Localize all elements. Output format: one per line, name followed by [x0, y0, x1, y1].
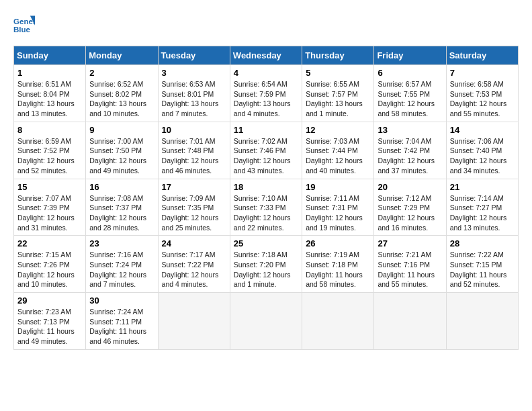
day-info: Sunrise: 7:18 AMSunset: 7:20 PMDaylight:… [234, 250, 298, 289]
day-cell-25: 25 Sunrise: 7:18 AMSunset: 7:20 PMDaylig… [230, 236, 302, 293]
day-number: 25 [234, 238, 298, 248]
day-info: Sunrise: 7:23 AMSunset: 7:13 PMDaylight:… [17, 307, 82, 347]
day-number: 22 [17, 238, 82, 248]
day-number: 14 [450, 125, 515, 135]
day-cell-19: 19 Sunrise: 7:11 AMSunset: 7:31 PMDaylig… [302, 179, 374, 236]
calendar-table: SundayMondayTuesdayWednesdayThursdayFrid… [13, 46, 519, 350]
day-info: Sunrise: 7:19 AMSunset: 7:18 PMDaylight:… [306, 250, 370, 289]
day-cell-1: 1 Sunrise: 6:51 AMSunset: 8:04 PMDayligh… [14, 65, 86, 122]
day-number: 29 [17, 295, 82, 306]
logo-icon: General Blue [13, 13, 35, 35]
day-number: 27 [378, 238, 442, 248]
day-header-thursday: Thursday [302, 46, 374, 65]
day-cell-28: 28 Sunrise: 7:22 AMSunset: 7:15 PMDaylig… [446, 236, 518, 293]
day-header-friday: Friday [374, 46, 446, 65]
day-cell-5: 5 Sunrise: 6:55 AMSunset: 7:57 PMDayligh… [302, 65, 374, 122]
logo: General Blue [13, 13, 38, 35]
day-cell-21: 21 Sunrise: 7:14 AMSunset: 7:27 PMDaylig… [446, 179, 518, 236]
day-header-sunday: Sunday [14, 46, 86, 65]
day-cell-3: 3 Sunrise: 6:53 AMSunset: 8:01 PMDayligh… [158, 65, 230, 122]
day-number: 7 [450, 68, 515, 78]
day-info: Sunrise: 7:17 AMSunset: 7:22 PMDaylight:… [162, 250, 226, 289]
day-number: 23 [89, 238, 154, 248]
day-cell-9: 9 Sunrise: 7:00 AMSunset: 7:50 PMDayligh… [86, 122, 158, 179]
day-cell-6: 6 Sunrise: 6:57 AMSunset: 7:55 PMDayligh… [374, 65, 446, 122]
day-cell-14: 14 Sunrise: 7:06 AMSunset: 7:40 PMDaylig… [446, 122, 518, 179]
day-header-wednesday: Wednesday [230, 46, 302, 65]
day-cell-22: 22 Sunrise: 7:15 AMSunset: 7:26 PMDaylig… [14, 236, 86, 293]
calendar-week-4: 22 Sunrise: 7:15 AMSunset: 7:26 PMDaylig… [14, 236, 519, 293]
day-number: 17 [162, 182, 226, 192]
day-info: Sunrise: 6:55 AMSunset: 7:57 PMDaylight:… [306, 79, 370, 119]
day-cell-26: 26 Sunrise: 7:19 AMSunset: 7:18 PMDaylig… [302, 236, 374, 293]
day-cell-30: 30 Sunrise: 7:24 AMSunset: 7:11 PMDaylig… [86, 293, 158, 350]
day-number: 9 [89, 125, 154, 135]
day-number: 28 [450, 238, 515, 248]
day-cell-29: 29 Sunrise: 7:23 AMSunset: 7:13 PMDaylig… [14, 293, 86, 350]
day-info: Sunrise: 6:52 AMSunset: 8:02 PMDaylight:… [89, 79, 154, 119]
page-header: General Blue [13, 13, 519, 35]
day-number: 1 [17, 68, 82, 78]
day-number: 26 [306, 238, 370, 248]
day-info: Sunrise: 6:53 AMSunset: 8:01 PMDaylight:… [162, 79, 226, 119]
day-number: 4 [234, 68, 298, 78]
calendar-week-1: 1 Sunrise: 6:51 AMSunset: 8:04 PMDayligh… [14, 65, 519, 122]
day-cell-18: 18 Sunrise: 7:10 AMSunset: 7:33 PMDaylig… [230, 179, 302, 236]
day-info: Sunrise: 6:51 AMSunset: 8:04 PMDaylight:… [17, 79, 82, 119]
day-info: Sunrise: 7:14 AMSunset: 7:27 PMDaylight:… [450, 193, 515, 233]
day-number: 12 [306, 125, 370, 135]
day-number: 11 [234, 125, 298, 135]
day-info: Sunrise: 6:59 AMSunset: 7:52 PMDaylight:… [17, 136, 82, 176]
day-cell-10: 10 Sunrise: 7:01 AMSunset: 7:48 PMDaylig… [158, 122, 230, 179]
day-info: Sunrise: 7:15 AMSunset: 7:26 PMDaylight:… [17, 250, 82, 289]
day-cell-11: 11 Sunrise: 7:02 AMSunset: 7:46 PMDaylig… [230, 122, 302, 179]
day-info: Sunrise: 7:04 AMSunset: 7:42 PMDaylight:… [378, 136, 442, 176]
empty-cell [302, 293, 374, 350]
day-number: 2 [89, 68, 154, 78]
day-info: Sunrise: 6:54 AMSunset: 7:59 PMDaylight:… [234, 79, 298, 119]
day-cell-2: 2 Sunrise: 6:52 AMSunset: 8:02 PMDayligh… [86, 65, 158, 122]
day-info: Sunrise: 7:09 AMSunset: 7:35 PMDaylight:… [162, 193, 226, 233]
day-cell-23: 23 Sunrise: 7:16 AMSunset: 7:24 PMDaylig… [86, 236, 158, 293]
day-header-saturday: Saturday [446, 46, 518, 65]
day-number: 6 [378, 68, 442, 78]
calendar-week-3: 15 Sunrise: 7:07 AMSunset: 7:39 PMDaylig… [14, 179, 519, 236]
day-info: Sunrise: 7:22 AMSunset: 7:15 PMDaylight:… [450, 250, 515, 289]
day-cell-8: 8 Sunrise: 6:59 AMSunset: 7:52 PMDayligh… [14, 122, 86, 179]
day-info: Sunrise: 7:24 AMSunset: 7:11 PMDaylight:… [89, 307, 154, 347]
day-info: Sunrise: 7:10 AMSunset: 7:33 PMDaylight:… [234, 193, 298, 233]
empty-cell [230, 293, 302, 350]
day-cell-17: 17 Sunrise: 7:09 AMSunset: 7:35 PMDaylig… [158, 179, 230, 236]
day-cell-24: 24 Sunrise: 7:17 AMSunset: 7:22 PMDaylig… [158, 236, 230, 293]
day-info: Sunrise: 7:02 AMSunset: 7:46 PMDaylight:… [234, 136, 298, 176]
day-info: Sunrise: 7:12 AMSunset: 7:29 PMDaylight:… [378, 193, 442, 233]
day-cell-15: 15 Sunrise: 7:07 AMSunset: 7:39 PMDaylig… [14, 179, 86, 236]
day-number: 24 [162, 238, 226, 248]
calendar-week-5: 29 Sunrise: 7:23 AMSunset: 7:13 PMDaylig… [14, 293, 519, 350]
svg-text:Blue: Blue [13, 26, 31, 34]
day-info: Sunrise: 7:06 AMSunset: 7:40 PMDaylight:… [450, 136, 515, 176]
day-info: Sunrise: 7:00 AMSunset: 7:50 PMDaylight:… [89, 136, 154, 176]
day-cell-20: 20 Sunrise: 7:12 AMSunset: 7:29 PMDaylig… [374, 179, 446, 236]
day-info: Sunrise: 7:21 AMSunset: 7:16 PMDaylight:… [378, 250, 442, 289]
day-cell-13: 13 Sunrise: 7:04 AMSunset: 7:42 PMDaylig… [374, 122, 446, 179]
day-info: Sunrise: 7:08 AMSunset: 7:37 PMDaylight:… [89, 193, 154, 233]
day-cell-7: 7 Sunrise: 6:58 AMSunset: 7:53 PMDayligh… [446, 65, 518, 122]
empty-cell [374, 293, 446, 350]
calendar-header-row: SundayMondayTuesdayWednesdayThursdayFrid… [14, 46, 519, 65]
day-number: 15 [17, 182, 82, 192]
day-number: 5 [306, 68, 370, 78]
day-info: Sunrise: 7:11 AMSunset: 7:31 PMDaylight:… [306, 193, 370, 233]
day-header-monday: Monday [86, 46, 158, 65]
day-cell-16: 16 Sunrise: 7:08 AMSunset: 7:37 PMDaylig… [86, 179, 158, 236]
day-info: Sunrise: 6:58 AMSunset: 7:53 PMDaylight:… [450, 79, 515, 119]
day-number: 20 [378, 182, 442, 192]
day-number: 13 [378, 125, 442, 135]
day-number: 3 [162, 68, 226, 78]
day-cell-4: 4 Sunrise: 6:54 AMSunset: 7:59 PMDayligh… [230, 65, 302, 122]
day-number: 8 [17, 125, 82, 135]
empty-cell [446, 293, 518, 350]
day-number: 30 [89, 295, 154, 306]
day-info: Sunrise: 6:57 AMSunset: 7:55 PMDaylight:… [378, 79, 442, 119]
day-number: 18 [234, 182, 298, 192]
